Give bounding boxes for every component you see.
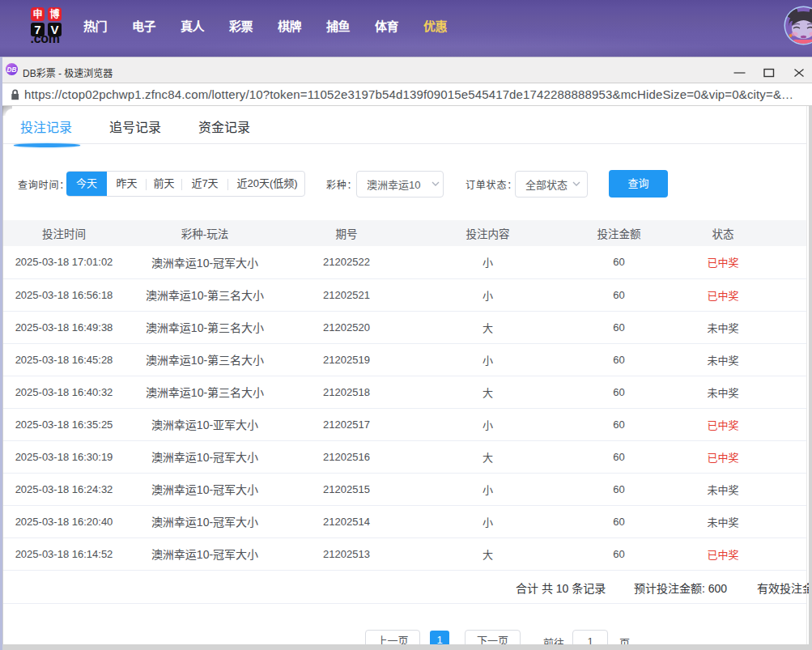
- svg-text:DB: DB: [7, 66, 17, 74]
